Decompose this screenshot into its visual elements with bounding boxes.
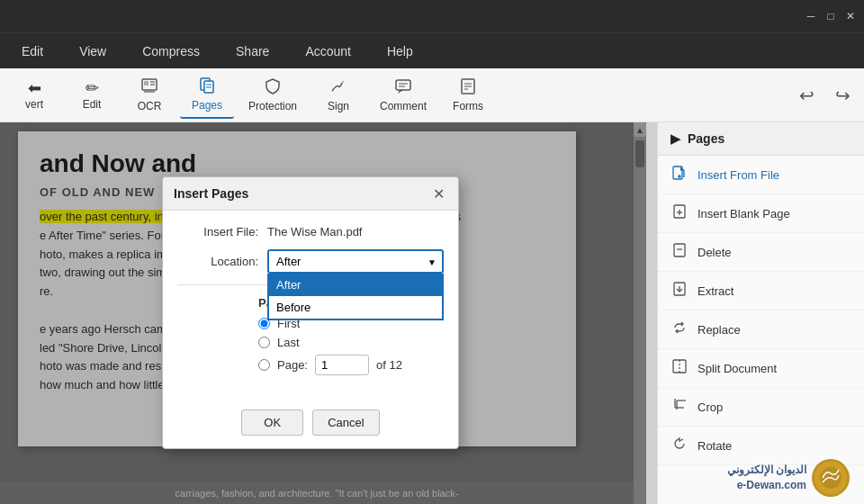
extract-icon [670, 281, 688, 301]
page-number-radio[interactable] [258, 359, 270, 371]
comment-icon [394, 77, 412, 98]
panel-item-rotate-label: Rotate [698, 439, 732, 453]
insert-from-file-icon [670, 165, 688, 184]
title-bar: ─ □ ✕ [0, 0, 864, 32]
edit-icon: ✏ [86, 80, 99, 96]
right-panel: ▶ Pages Insert From File [657, 122, 864, 504]
insert-file-label: Insert File: [177, 225, 258, 238]
dialog-body: Insert File: The Wise Man.pdf Location: … [163, 211, 458, 400]
watermark-text: الديوان الإلكتروني e-Dewan.com [727, 463, 806, 493]
toolbar-pages[interactable]: Pages [180, 71, 234, 119]
ocr-icon [140, 77, 158, 98]
dropdown-option-after[interactable]: After [269, 274, 442, 296]
svg-rect-1 [144, 81, 148, 86]
toolbar-comment[interactable]: Comment [369, 72, 437, 118]
insert-file-row: Insert File: The Wise Man.pdf [177, 225, 444, 238]
toolbar-sign[interactable]: Sign [311, 72, 365, 118]
toolbar-edit-label: Edit [83, 98, 102, 111]
toolbar-comment-label: Comment [380, 100, 427, 112]
panel-item-split-label: Split Document [698, 362, 777, 375]
panel-scrollbar[interactable] [646, 122, 657, 504]
last-radio[interactable] [258, 337, 270, 348]
panel-item-crop-label: Crop [698, 400, 723, 414]
panel-item-delete[interactable]: Delete [658, 233, 864, 272]
location-select[interactable]: After ▼ [267, 249, 444, 274]
panel-item-insert-blank-label: Insert Blank Page [698, 207, 790, 220]
menu-account[interactable]: Account [298, 40, 358, 62]
toolbar-pages-label: Pages [192, 99, 222, 112]
delete-icon [670, 242, 688, 262]
watermark-line1: الديوان الإلكتروني [727, 463, 806, 478]
toolbar-edit[interactable]: ✏ Edit [65, 75, 119, 116]
menu-share[interactable]: Share [229, 40, 276, 62]
toolbar-sign-label: Sign [328, 100, 349, 112]
dialog-close-button[interactable]: ✕ [429, 184, 447, 202]
page-number-input[interactable] [315, 355, 369, 375]
panel-item-delete-label: Delete [698, 246, 732, 259]
panel-item-replace[interactable]: Replace [658, 310, 864, 349]
location-dropdown-arrow: ▼ [428, 256, 436, 266]
page-of-text: of 12 [376, 358, 402, 372]
location-label: Location: [177, 255, 258, 268]
panel-item-extract-label: Extract [698, 284, 734, 298]
watermark-line2: e-Dewan.com [727, 478, 806, 493]
panel-item-insert-blank[interactable]: Insert Blank Page [658, 194, 864, 233]
toolbar-ocr[interactable]: OCR [122, 72, 176, 118]
insert-icon: ⬅ [28, 80, 41, 96]
toolbar-protection-label: Protection [248, 100, 297, 112]
panel-item-replace-label: Replace [698, 323, 741, 337]
panel-item-crop[interactable]: Crop [658, 388, 864, 427]
location-select-wrapper: After ▼ After Before [267, 249, 444, 274]
svg-rect-25 [674, 244, 685, 256]
location-dropdown: After Before [267, 274, 444, 320]
crop-icon [670, 397, 688, 417]
page-number-row: Page: of 12 [177, 355, 444, 375]
menu-bar: Edit View Compress Share Account Help [0, 32, 864, 68]
watermark: الديوان الإلكتروني e-Dewan.com [727, 459, 850, 497]
protection-icon [264, 77, 282, 98]
last-radio-label: Last [277, 336, 300, 349]
svg-rect-29 [673, 360, 686, 373]
panel-header-arrow: ▶ [670, 131, 680, 146]
panel-item-extract[interactable]: Extract [658, 272, 864, 310]
page-radio-label: Page: [277, 358, 308, 372]
toolbar: ⬅ vert ✏ Edit OCR Pages [0, 68, 864, 122]
dialog-title-bar: Insert Pages ✕ [163, 177, 458, 211]
close-button[interactable]: ✕ [844, 10, 857, 22]
watermark-logo [812, 459, 850, 497]
insert-blank-icon [670, 203, 688, 223]
dialog-title: Insert Pages [174, 186, 248, 201]
replace-icon [670, 320, 688, 339]
location-row: Location: After ▼ After Before [177, 249, 444, 274]
menu-compress[interactable]: Compress [135, 40, 207, 62]
panel-header-title: Pages [688, 131, 724, 146]
redo-button[interactable]: ↩ [792, 81, 821, 110]
dialog-footer: OK Cancel [163, 400, 458, 448]
insert-pages-dialog: Insert Pages ✕ Insert File: The Wise Man… [162, 176, 459, 449]
panel-item-split[interactable]: Split Document [658, 349, 864, 388]
toolbar-protection[interactable]: Protection [238, 72, 308, 118]
location-selected-value: After [276, 255, 301, 268]
toolbar-insert[interactable]: ⬅ vert [7, 75, 61, 116]
panel-item-insert-from-file[interactable]: Insert From File [658, 156, 864, 194]
rotate-icon [670, 436, 688, 455]
menu-view[interactable]: View [72, 40, 113, 62]
undo-button[interactable]: ↪ [828, 81, 857, 110]
sign-icon [329, 77, 347, 98]
panel-item-insert-from-file-label: Insert From File [698, 168, 779, 182]
dropdown-option-before[interactable]: Before [269, 296, 442, 319]
toolbar-ocr-label: OCR [138, 100, 162, 112]
split-icon [670, 358, 688, 378]
panel-header: ▶ Pages [658, 122, 864, 156]
insert-file-value: The Wise Man.pdf [267, 225, 363, 238]
forms-icon [459, 77, 477, 98]
maximize-button[interactable]: □ [824, 10, 837, 22]
cancel-button[interactable]: Cancel [312, 410, 379, 436]
minimize-button[interactable]: ─ [805, 10, 817, 22]
toolbar-forms[interactable]: Forms [441, 72, 495, 118]
menu-edit[interactable]: Edit [14, 40, 50, 62]
pages-icon [198, 76, 216, 97]
last-radio-row: Last [177, 336, 444, 349]
menu-help[interactable]: Help [380, 40, 420, 62]
ok-button[interactable]: OK [241, 410, 303, 436]
